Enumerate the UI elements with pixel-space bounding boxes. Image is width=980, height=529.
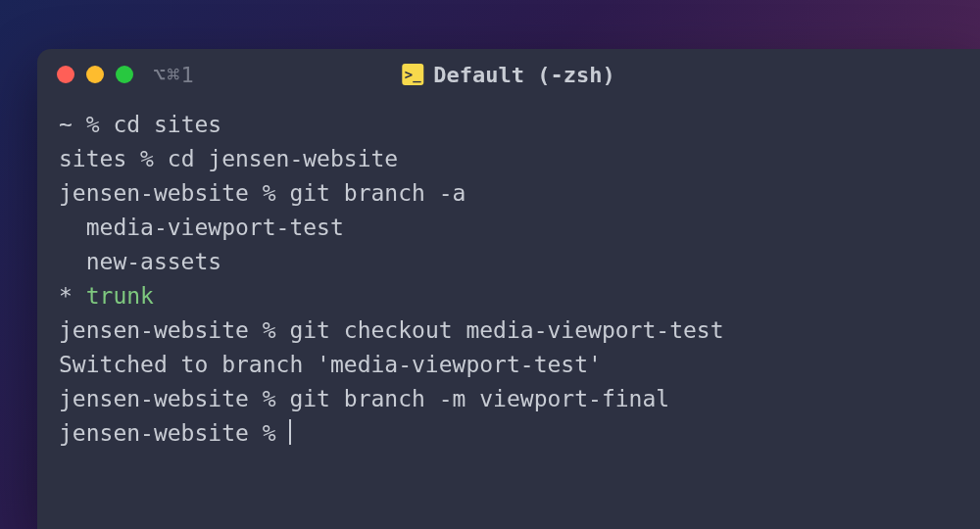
- branch-output: new-assets: [59, 245, 958, 279]
- terminal-line: jensen-website % git checkout media-view…: [59, 313, 958, 348]
- terminal-line: ~ % cd sites: [59, 108, 958, 142]
- prompt: sites %: [59, 146, 168, 171]
- window-titlebar: ⌥⌘1 >_ Default (-zsh): [37, 49, 980, 100]
- window-title: >_ Default (-zsh): [402, 63, 614, 87]
- terminal-line: sites % cd jensen-website: [59, 142, 958, 176]
- terminal-line: jensen-website % git branch -a: [59, 176, 958, 211]
- command: git checkout media-viewport-test: [289, 317, 723, 343]
- prompt: jensen-website %: [59, 317, 289, 343]
- prompt: ~ %: [59, 112, 113, 137]
- terminal-window: ⌥⌘1 >_ Default (-zsh) ~ % cd sitessites …: [37, 49, 980, 529]
- current-branch-marker: *: [59, 283, 86, 309]
- terminal-line: jensen-website % git branch -m viewport-…: [59, 382, 958, 416]
- terminal-icon: >_: [402, 64, 423, 85]
- prompt: jensen-website %: [59, 180, 289, 206]
- command: cd jensen-website: [168, 146, 398, 171]
- branch-output: media-viewport-test: [59, 211, 958, 245]
- command: git branch -m viewport-final: [289, 386, 669, 411]
- command: git branch -a: [289, 180, 466, 206]
- cursor: [289, 419, 291, 445]
- close-button[interactable]: [57, 66, 74, 83]
- current-branch-name: trunk: [86, 283, 154, 309]
- traffic-lights: [57, 66, 133, 83]
- titlebar-shortcut: ⌥⌘1: [153, 63, 195, 87]
- output: Switched to branch 'media-viewport-test': [59, 348, 958, 382]
- terminal-line: jensen-website %: [59, 416, 958, 451]
- maximize-button[interactable]: [116, 66, 133, 83]
- minimize-button[interactable]: [86, 66, 104, 83]
- command: cd sites: [113, 112, 221, 137]
- branch-output-current: * trunk: [59, 279, 958, 313]
- window-title-text: Default (-zsh): [433, 63, 614, 87]
- prompt: jensen-website %: [59, 420, 289, 446]
- prompt: jensen-website %: [59, 386, 289, 411]
- terminal-body[interactable]: ~ % cd sitessites % cd jensen-websitejen…: [37, 100, 980, 458]
